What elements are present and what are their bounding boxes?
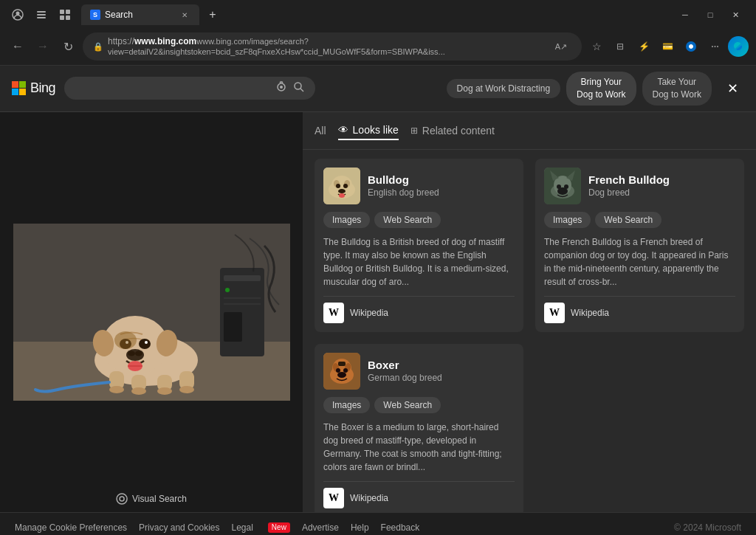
boxer-websearch-btn[interactable]: Web Search xyxy=(374,397,441,413)
boxer-thumbnail xyxy=(323,353,360,390)
results-area: Bulldog English dog breed Images Web Sea… xyxy=(303,150,756,512)
chip-take-label: Take YourDog to Work xyxy=(653,77,701,100)
history-btn[interactable] xyxy=(31,4,52,25)
bulldog-websearch-btn[interactable]: Web Search xyxy=(374,212,441,228)
edge-wallet-btn[interactable]: 💳 xyxy=(657,36,678,57)
minimize-btn[interactable]: ─ xyxy=(675,4,695,25)
boxer-wiki-link[interactable]: W Wikipedia xyxy=(323,488,515,508)
browser-tabs: S Search ✕ + xyxy=(81,4,669,25)
bulldog-wiki-label: Wikipedia xyxy=(350,308,388,318)
address-bar[interactable]: 🔒 https://www.bing.comwww.bing.com/image… xyxy=(83,32,582,61)
tab-related-content[interactable]: ⊞ Related content xyxy=(410,122,495,139)
visual-search-label[interactable]: Visual Search xyxy=(116,493,187,505)
tab-close-btn[interactable]: ✕ xyxy=(179,9,190,21)
bing-container: Bing Dog at Work Distracting xyxy=(0,66,756,512)
svg-point-39 xyxy=(135,351,142,356)
footer-help[interactable]: Help xyxy=(351,522,369,533)
svg-rect-21 xyxy=(224,303,261,305)
visual-search-btn[interactable] xyxy=(275,81,287,95)
bulldog-description: The Bulldog is a British breed of dog of… xyxy=(323,235,515,289)
wiki-icon-french-bulldog: W xyxy=(544,303,565,323)
tabs-bar: All 👁 Looks like ⊞ Related content xyxy=(303,112,756,150)
bulldog-header: Bulldog English dog breed xyxy=(323,168,515,204)
wiki-icon-bulldog: W xyxy=(323,303,344,323)
svg-rect-6 xyxy=(66,10,70,14)
boxer-description: The Boxer is a medium to large, short-ha… xyxy=(323,421,515,474)
bing-main-body: Visual Search All 👁 Looks like ⊞ Related… xyxy=(0,112,756,512)
workspaces-btn[interactable] xyxy=(55,4,75,25)
result-card-boxer: Boxer German dog breed Images Web Search… xyxy=(315,344,523,512)
extensions-btn[interactable]: ⚡ xyxy=(633,36,654,57)
result-card-bulldog: Bulldog English dog breed Images Web Sea… xyxy=(315,159,523,332)
french-bulldog-tags: Images Web Search xyxy=(544,212,735,228)
svg-point-34 xyxy=(139,339,151,349)
french-bulldog-websearch-btn[interactable]: Web Search xyxy=(595,212,662,228)
bulldog-wiki-link[interactable]: W Wikipedia xyxy=(323,303,515,323)
result-card-french-bulldog: French Bulldog Dog breed Images Web Sear… xyxy=(535,159,744,332)
active-tab[interactable]: S Search ✕ xyxy=(81,4,199,25)
french-bulldog-images-btn[interactable]: Images xyxy=(544,212,591,228)
footer-advertise[interactable]: Advertise xyxy=(302,522,339,533)
favorites-btn[interactable]: ☆ xyxy=(586,36,607,57)
french-bulldog-header: French Bulldog Dog breed xyxy=(544,168,735,204)
collections-btn[interactable]: ⊟ xyxy=(610,36,630,57)
footer-copyright: © 2024 Microsoft xyxy=(674,522,741,533)
copilot-btn[interactable] xyxy=(681,36,701,57)
bing-header: Bing Dog at Work Distracting xyxy=(0,66,756,112)
maximize-btn[interactable]: □ xyxy=(700,4,721,25)
svg-rect-22 xyxy=(224,312,242,342)
footer-new-badge: New xyxy=(268,522,290,533)
svg-point-45 xyxy=(120,497,124,501)
bulldog-info: Bulldog English dog breed xyxy=(368,173,439,198)
read-aloud-btn[interactable]: A↗ xyxy=(551,36,571,57)
french-bulldog-info: French Bulldog Dog breed xyxy=(588,173,670,198)
french-bulldog-wiki-link[interactable]: W Wikipedia xyxy=(544,303,735,323)
refresh-btn[interactable]: ↻ xyxy=(58,36,78,57)
new-tab-button[interactable]: + xyxy=(202,4,223,25)
address-text: https://www.bing.comwww.bing.com/images/… xyxy=(108,36,546,57)
looks-icon: 👁 xyxy=(338,124,348,136)
footer-manage-cookies[interactable]: Manage Cookie Preferences xyxy=(15,522,127,533)
ms-logo-yellow xyxy=(19,89,26,95)
bing-logo[interactable]: Bing xyxy=(12,80,55,96)
right-panel[interactable]: All 👁 Looks like ⊞ Related content xyxy=(303,112,756,512)
bulldog-divider xyxy=(323,296,515,297)
title-bar: S Search ✕ + ─ □ ✕ xyxy=(0,0,756,30)
more-options-btn[interactable]: ··· xyxy=(704,36,725,57)
boxer-images-btn[interactable]: Images xyxy=(323,397,370,413)
forward-btn[interactable]: → xyxy=(32,36,53,57)
svg-point-71 xyxy=(557,187,568,195)
tab-looks-like[interactable]: 👁 Looks like xyxy=(338,121,399,140)
svg-point-19 xyxy=(225,288,230,292)
bing-search-bar[interactable] xyxy=(64,77,315,100)
svg-point-44 xyxy=(117,494,127,504)
tab-favicon: S xyxy=(90,10,100,20)
bing-close-btn[interactable]: ✕ xyxy=(721,77,744,100)
search-go-btn[interactable] xyxy=(293,81,305,95)
ms-logo-green xyxy=(19,81,26,88)
chip-take-dog[interactable]: Take YourDog to Work xyxy=(642,72,712,106)
boxer-wiki-label: Wikipedia xyxy=(350,493,388,503)
footer-legal[interactable]: Legal xyxy=(231,522,252,533)
close-btn[interactable]: ✕ xyxy=(725,4,746,25)
tab-all[interactable]: All xyxy=(315,122,326,139)
tab-label: Search xyxy=(105,10,133,20)
bing-search-input[interactable] xyxy=(75,83,269,94)
back-btn[interactable]: ← xyxy=(7,36,28,57)
svg-point-43 xyxy=(114,331,137,349)
svg-point-29 xyxy=(131,387,146,395)
bulldog-images-btn[interactable]: Images xyxy=(323,212,370,228)
chip-dog-at-work[interactable]: Dog at Work Distracting xyxy=(447,79,561,98)
svg-point-38 xyxy=(128,351,135,356)
chip-bring-dog[interactable]: Bring YourDog to Work xyxy=(566,72,636,106)
address-domain: www.bing.com xyxy=(134,36,196,46)
svg-point-36 xyxy=(145,341,148,344)
profile-icon-btn[interactable] xyxy=(7,4,28,25)
result-column-left: Bulldog English dog breed Images Web Sea… xyxy=(315,159,523,512)
browser-chrome: S Search ✕ + ─ □ ✕ ← → ↻ 🔒 https://www.b… xyxy=(0,0,756,66)
ms-logo-blue xyxy=(12,89,18,95)
footer-privacy-cookies[interactable]: Privacy and Cookies xyxy=(139,522,219,533)
nav-actions: ☆ ⊟ ⚡ 💳 ··· xyxy=(586,36,749,57)
footer-feedback[interactable]: Feedback xyxy=(381,522,420,533)
french-bulldog-subtitle: Dog breed xyxy=(588,187,670,198)
